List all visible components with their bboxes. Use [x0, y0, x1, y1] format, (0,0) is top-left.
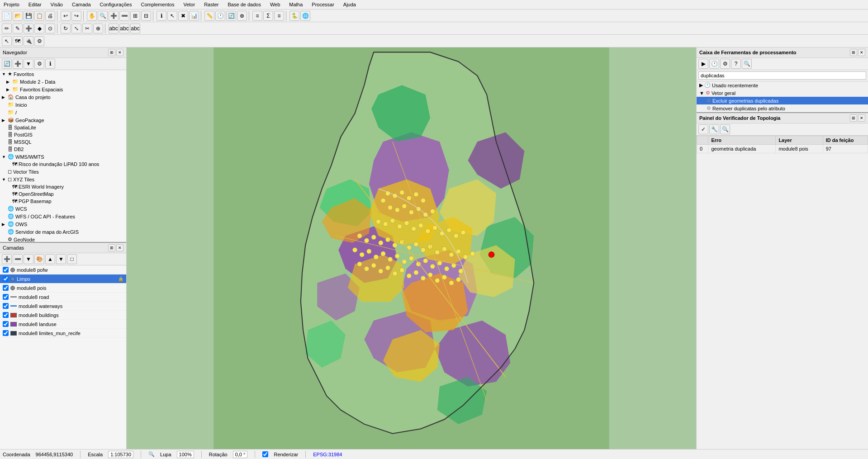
- pan-btn[interactable]: ✋: [87, 11, 97, 21]
- nav-item-module2data[interactable]: ▶📁 Module 2 - Data: [0, 78, 126, 85]
- zoom-selection-btn[interactable]: ⊟: [141, 11, 151, 21]
- menu-vetor[interactable]: Vetor: [181, 1, 197, 8]
- identify-btn[interactable]: ℹ: [157, 11, 166, 21]
- status-rotation-value[interactable]: 0,0 °: [233, 451, 248, 458]
- proc-history-btn[interactable]: 🕐: [709, 59, 719, 69]
- label2-btn[interactable]: abc: [119, 24, 129, 33]
- layer-checkbox-module8-buildings[interactable]: [3, 312, 9, 318]
- status-epsg[interactable]: EPSG:31984: [313, 452, 342, 457]
- nav-item-mssql[interactable]: 🗄 MSSQL: [0, 138, 126, 146]
- layer-checkbox-module8-pofw[interactable]: [3, 267, 9, 273]
- zoom-native-btn[interactable]: ⊕: [237, 11, 247, 21]
- layer-stats-btn[interactable]: ≡: [252, 11, 262, 21]
- processing-float-btn[interactable]: ⊞: [850, 49, 857, 56]
- layers-float-btn[interactable]: ⊞: [108, 244, 115, 251]
- nav-item-wmswmts[interactable]: ▼🌐 WMS/WMTS: [0, 153, 126, 161]
- plugin-btn[interactable]: 🔌: [24, 36, 33, 46]
- menu-camada[interactable]: Camada: [70, 1, 93, 8]
- nav-item-slash[interactable]: 📁 /: [0, 109, 126, 116]
- nav-item-wcs[interactable]: 🌐 WCS: [0, 205, 126, 213]
- measure-btn[interactable]: 📏: [204, 11, 214, 21]
- menu-editar[interactable]: Editar: [27, 1, 43, 8]
- topology-check-btn[interactable]: ✓: [698, 124, 708, 134]
- map-area[interactable]: [127, 47, 696, 459]
- layer-item-module8-pofw[interactable]: module8 pofw: [0, 265, 126, 274]
- redo-btn[interactable]: ↪: [71, 11, 81, 21]
- layer-item-module8-pois[interactable]: module8 pois: [0, 284, 126, 293]
- status-magnifier-value[interactable]: 100%: [177, 451, 194, 458]
- add-feature-btn[interactable]: ➕: [24, 24, 33, 33]
- globe-btn[interactable]: 🌐: [300, 11, 310, 21]
- navigator-close-btn[interactable]: ✕: [116, 49, 123, 56]
- layer-checkbox-module8-road[interactable]: [3, 294, 9, 300]
- layer-checkbox-module8-landuse[interactable]: [3, 321, 9, 327]
- layer-item-limpo[interactable]: Limpo🔒: [0, 274, 126, 284]
- deselect-btn[interactable]: ✖: [178, 11, 188, 21]
- save-as-btn[interactable]: 📋: [34, 11, 44, 21]
- layers-remove-btn[interactable]: ➖: [13, 254, 23, 264]
- proc-item-recently-used[interactable]: ▶ 🕐 Usado recentemente: [697, 81, 868, 89]
- status-render-checkbox[interactable]: [262, 451, 268, 457]
- nav-item-spatialite[interactable]: 🗄 SpatiaLite: [0, 124, 126, 131]
- menu-raster[interactable]: Raster: [202, 1, 220, 8]
- proc-zoom-btn[interactable]: 🔍: [742, 59, 752, 69]
- refresh-btn[interactable]: 🔄: [226, 11, 236, 21]
- edit-btn[interactable]: ✎: [13, 24, 23, 33]
- processing-search-input[interactable]: [698, 71, 866, 80]
- layer-item-module8-landuse[interactable]: module8 landuse: [0, 320, 126, 329]
- topology-close-btn[interactable]: ✕: [858, 114, 865, 122]
- merge-btn[interactable]: ⊕: [93, 24, 103, 33]
- attr-table-btn[interactable]: 📊: [189, 11, 199, 21]
- layers-move-up-btn[interactable]: ▲: [45, 254, 55, 264]
- menu-malha[interactable]: Malha: [287, 1, 304, 8]
- undo-btn[interactable]: ↩: [61, 11, 71, 21]
- layer-item-module8-road[interactable]: module8 road: [0, 293, 126, 302]
- label-btn[interactable]: abc: [109, 24, 119, 33]
- menu-visao[interactable]: Visão: [49, 1, 65, 8]
- python-btn[interactable]: 🐍: [289, 11, 299, 21]
- scale-btn[interactable]: ⤡: [71, 24, 81, 33]
- nav-item-favoritos-espaciais[interactable]: ▶📁 Favoritos Espaciais: [0, 85, 126, 93]
- select-btn[interactable]: ↖: [167, 11, 177, 21]
- nav-item-geopackage[interactable]: ▶📦 GeoPackage: [0, 116, 126, 124]
- nav-settings-btn[interactable]: ⚙: [34, 59, 44, 69]
- settings-btn[interactable]: ⚙: [34, 36, 44, 46]
- menu-web[interactable]: Web: [268, 1, 282, 8]
- nav-item-db2[interactable]: 🗄 DB2: [0, 146, 126, 153]
- nav-item-ows[interactable]: ▶🌐 OWS: [0, 220, 126, 228]
- layers-add-btn[interactable]: ➕: [2, 254, 12, 264]
- proc-item-vetor-geral[interactable]: ▼ ⚙ Vetor geral: [697, 89, 868, 97]
- layer-checkbox-limpo[interactable]: [3, 276, 9, 282]
- topology-fix-btn[interactable]: 🔧: [709, 124, 719, 134]
- nav-filter-btn[interactable]: ▼: [24, 59, 33, 69]
- topology-row[interactable]: 0geometria duplicadamodule8 pois97: [697, 145, 868, 153]
- map-nav-btn[interactable]: 🗺: [13, 36, 23, 46]
- nav-item-risco-inundacao[interactable]: 🗺 Risco de inundação LiPAD 100 anos: [0, 161, 126, 168]
- menu-processar[interactable]: Processar: [310, 1, 336, 8]
- proc-item-excluir-geometrias[interactable]: ⚙ Excluir geometrias duplicadas: [697, 97, 868, 104]
- nav-item-casa-projeto[interactable]: ▶🏠 Casa do projeto: [0, 93, 126, 101]
- menu-complementos[interactable]: Complementos: [139, 1, 176, 8]
- layer-item-module8-waterways[interactable]: module8 waterways: [0, 302, 126, 311]
- nav-item-openstreetmap[interactable]: 🗺 OpenStreetMap: [0, 190, 126, 198]
- label3-btn[interactable]: abc: [130, 24, 140, 33]
- nav-item-pgp-basemap[interactable]: 🗺 PGP Basemap: [0, 198, 126, 205]
- print-btn[interactable]: 🖨: [45, 11, 55, 21]
- zoom-layer-btn[interactable]: ⊞: [130, 11, 140, 21]
- layer-item-module8-buildings[interactable]: module8 buildings: [0, 311, 126, 320]
- zoom-out-btn[interactable]: ➖: [119, 11, 129, 21]
- layer-item-module8-limites[interactable]: module8 limites_mun_recife: [0, 329, 126, 338]
- time-btn[interactable]: 🕐: [215, 11, 225, 21]
- proc-settings-btn[interactable]: ⚙: [720, 59, 730, 69]
- menu-ajuda[interactable]: Ajuda: [342, 1, 358, 8]
- nav-info-btn[interactable]: ℹ: [45, 59, 55, 69]
- node-btn[interactable]: ◆: [34, 24, 44, 33]
- nav-refresh-btn[interactable]: 🔄: [2, 59, 12, 69]
- new-project-btn[interactable]: 📄: [2, 11, 12, 21]
- layers-style-btn[interactable]: 🎨: [34, 254, 44, 264]
- nav-item-geonode[interactable]: ⚙ GeoNode: [0, 236, 126, 242]
- layers-move-down-btn[interactable]: ▼: [56, 254, 66, 264]
- layer-checkbox-module8-pois[interactable]: [3, 285, 9, 291]
- menu-configuracoes[interactable]: Configurações: [98, 1, 134, 8]
- nav-item-vector-tiles[interactable]: ◻ Vector Tiles: [0, 168, 126, 175]
